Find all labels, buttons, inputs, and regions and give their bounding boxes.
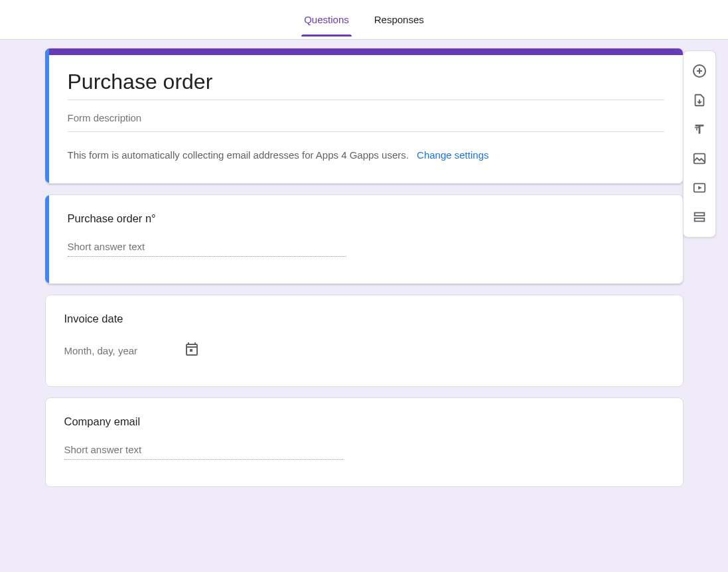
calendar-icon bbox=[184, 341, 200, 360]
date-answer-row: Month, day, year bbox=[64, 341, 664, 360]
question-card[interactable]: Purchase order n° Short answer text bbox=[45, 194, 684, 284]
question-card[interactable]: Invoice date Month, day, year bbox=[45, 295, 684, 387]
add-video-button[interactable] bbox=[688, 175, 711, 201]
question-title[interactable]: Company email bbox=[64, 415, 664, 428]
short-answer-placeholder: Short answer text bbox=[64, 444, 343, 460]
svg-rect-6 bbox=[695, 213, 705, 216]
change-settings-link[interactable]: Change settings bbox=[417, 149, 488, 161]
add-question-button[interactable] bbox=[688, 58, 711, 84]
email-notice-text: This form is automatically collecting em… bbox=[68, 149, 409, 161]
short-answer-placeholder: Short answer text bbox=[68, 241, 346, 257]
tab-responses[interactable]: Responses bbox=[372, 14, 427, 36]
form-description[interactable]: Form description bbox=[68, 106, 664, 132]
tab-questions[interactable]: Questions bbox=[301, 14, 352, 36]
form-title[interactable]: Purchase order bbox=[68, 64, 664, 100]
editor-tabs: Questions Responses bbox=[0, 0, 728, 40]
workspace: Purchase order Form description This for… bbox=[0, 40, 728, 572]
form-area: Purchase order Form description This for… bbox=[45, 48, 684, 545]
add-title-button[interactable] bbox=[688, 116, 711, 143]
form-header-card[interactable]: Purchase order Form description This for… bbox=[45, 48, 684, 184]
date-placeholder: Month, day, year bbox=[64, 345, 138, 356]
question-title[interactable]: Invoice date bbox=[64, 313, 664, 325]
question-card[interactable]: Company email Short answer text bbox=[45, 397, 684, 487]
add-section-button[interactable] bbox=[688, 204, 711, 230]
question-title[interactable]: Purchase order n° bbox=[68, 212, 664, 225]
side-toolbar bbox=[683, 50, 716, 238]
add-image-button[interactable] bbox=[688, 145, 711, 172]
svg-rect-7 bbox=[695, 218, 705, 222]
svg-marker-5 bbox=[698, 186, 702, 190]
import-questions-button[interactable] bbox=[688, 87, 711, 113]
email-collection-notice: This form is automatically collecting em… bbox=[68, 148, 664, 162]
